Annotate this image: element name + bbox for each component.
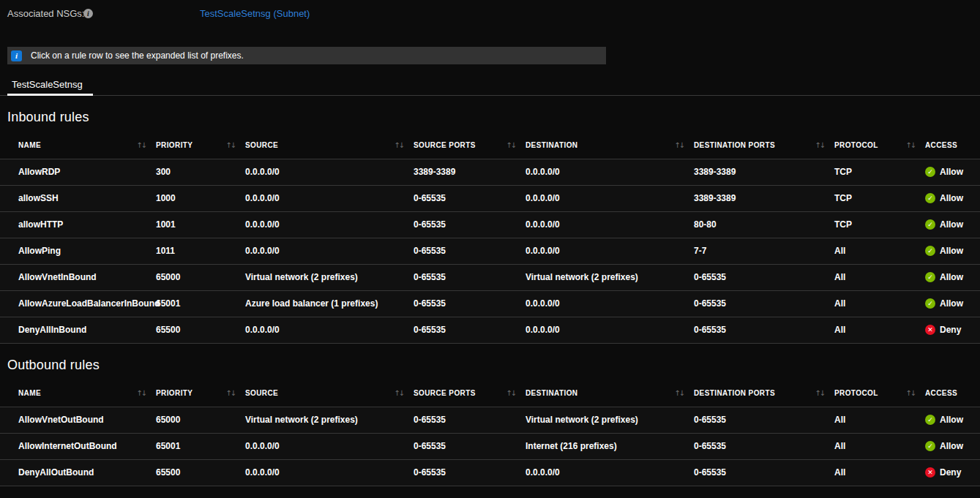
rule-row[interactable]: AllowPing10110.0.0.0/00-655350.0.0.0/07-… <box>0 238 980 264</box>
outbound-rules-title: Outbound rules <box>7 358 100 373</box>
sort-icon[interactable]: ↑↓ <box>225 141 235 149</box>
rule-row[interactable]: DenyAllOutBound655000.0.0.0/00-655350.0.… <box>0 459 980 486</box>
column-header-source[interactable]: SOURCE↑↓ <box>245 380 414 407</box>
cell-name: AllowVnetInBound <box>0 264 156 290</box>
sort-icon[interactable]: ↑↓ <box>674 389 684 397</box>
sort-icon[interactable]: ↑↓ <box>506 389 515 397</box>
cell-protocol: All <box>834 290 925 317</box>
cell-destination: 0.0.0.0/0 <box>525 159 694 185</box>
cell-source: 0.0.0.0/0 <box>245 459 414 486</box>
sort-icon[interactable]: ↑↓ <box>674 141 684 149</box>
cell-destination: 0.0.0.0/0 <box>525 459 694 486</box>
rule-row[interactable]: AllowRDP3000.0.0.0/03389-33890.0.0.0/033… <box>0 159 980 185</box>
cell-access: ✓Allow <box>925 433 980 459</box>
column-label: ACCESS <box>925 141 957 149</box>
cell-protocol: All <box>834 459 925 486</box>
access-label: Allow <box>940 441 963 451</box>
cell-destination_ports: 0-65535 <box>694 317 834 343</box>
banner-info-icon: i <box>11 50 22 61</box>
cell-protocol: TCP <box>834 159 925 185</box>
column-header-destination[interactable]: DESTINATION↑↓ <box>525 380 694 407</box>
column-label: DESTINATION PORTS <box>694 141 775 149</box>
column-header-protocol[interactable]: PROTOCOL↑↓ <box>834 380 925 407</box>
info-icon[interactable]: i <box>83 9 93 18</box>
sort-icon[interactable]: ↑↓ <box>815 389 824 397</box>
rule-row[interactable]: DenyAllInBound655000.0.0.0/00-655350.0.0… <box>0 317 980 343</box>
sort-icon[interactable]: ↑↓ <box>506 141 515 149</box>
column-header-name[interactable]: NAME↑↓ <box>0 380 156 407</box>
cell-priority: 65500 <box>156 317 245 343</box>
cell-source: Azure load balancer (1 prefixes) <box>245 290 414 317</box>
column-header-destination[interactable]: DESTINATION↑↓ <box>525 132 694 159</box>
column-header-destination-ports[interactable]: DESTINATION PORTS↑↓ <box>694 132 834 159</box>
cell-source: 0.0.0.0/0 <box>245 159 414 185</box>
allow-check-icon: ✓ <box>925 415 935 425</box>
cell-priority: 65500 <box>156 459 245 486</box>
cell-name: AllowPing <box>0 238 156 264</box>
cell-name: allowHTTP <box>0 211 156 238</box>
cell-priority: 300 <box>156 159 245 185</box>
column-header-priority[interactable]: PRIORITY↑↓ <box>156 380 245 407</box>
cell-priority: 1011 <box>156 238 245 264</box>
cell-source: 0.0.0.0/0 <box>245 238 414 264</box>
cell-destination: Virtual network (2 prefixes) <box>525 264 694 290</box>
cell-priority: 65000 <box>156 264 245 290</box>
column-header-source[interactable]: SOURCE↑↓ <box>245 132 414 159</box>
cell-source_ports: 0-65535 <box>414 264 525 290</box>
column-header-name[interactable]: NAME↑↓ <box>0 132 156 159</box>
sort-icon[interactable]: ↑↓ <box>136 141 146 149</box>
column-label: SOURCE PORTS <box>414 141 476 149</box>
sort-icon[interactable]: ↑↓ <box>136 389 146 397</box>
info-banner: i Click on a rule row to see the expande… <box>7 47 606 64</box>
sort-icon[interactable]: ↑↓ <box>905 141 915 149</box>
rule-row[interactable]: AllowVnetInBound65000Virtual network (2 … <box>0 264 980 290</box>
sort-icon[interactable]: ↑↓ <box>394 141 403 149</box>
cell-name: AllowInternetOutBound <box>0 433 156 459</box>
cell-destination_ports: 7-7 <box>694 238 834 264</box>
cell-name: AllowRDP <box>0 159 156 185</box>
column-label: DESTINATION <box>525 141 577 149</box>
rule-row[interactable]: AllowInternetOutBound650010.0.0.0/00-655… <box>0 433 980 459</box>
cell-protocol: All <box>834 264 925 290</box>
deny-cross-icon: ✕ <box>925 467 935 478</box>
column-header-priority[interactable]: PRIORITY↑↓ <box>156 132 245 159</box>
cell-source_ports: 0-65535 <box>414 459 525 486</box>
rule-row[interactable]: allowSSH10000.0.0.0/00-655350.0.0.0/0338… <box>0 185 980 211</box>
cell-source_ports: 0-65535 <box>414 290 525 317</box>
cell-destination: 0.0.0.0/0 <box>525 290 694 317</box>
cell-source_ports: 3389-3389 <box>414 159 525 185</box>
sort-icon[interactable]: ↑↓ <box>815 141 824 149</box>
cell-destination_ports: 80-80 <box>694 211 834 238</box>
sort-icon[interactable]: ↑↓ <box>394 389 403 397</box>
column-header-source-ports[interactable]: SOURCE PORTS↑↓ <box>414 380 525 407</box>
column-label: NAME <box>18 389 41 397</box>
access-label: Deny <box>940 325 961 335</box>
column-header-protocol[interactable]: PROTOCOL↑↓ <box>834 132 925 159</box>
rule-row[interactable]: AllowVnetOutBound65000Virtual network (2… <box>0 407 980 433</box>
cell-source: Virtual network (2 prefixes) <box>245 264 414 290</box>
column-header-destination-ports[interactable]: DESTINATION PORTS↑↓ <box>694 380 834 407</box>
effective-security-rules-page: Associated NSGs: i TestScaleSetnsg (Subn… <box>0 0 980 498</box>
column-header-source-ports[interactable]: SOURCE PORTS↑↓ <box>414 132 525 159</box>
column-label: NAME <box>18 141 41 149</box>
inbound-header-row: NAME↑↓PRIORITY↑↓SOURCE↑↓SOURCE PORTS↑↓DE… <box>0 132 980 159</box>
cell-destination: Internet (216 prefixes) <box>525 433 694 459</box>
cell-source_ports: 0-65535 <box>414 433 525 459</box>
cell-priority: 65001 <box>156 290 245 317</box>
cell-access: ✓Allow <box>925 211 980 238</box>
nsg-subnet-link[interactable]: TestScaleSetnsg (Subnet) <box>200 8 310 19</box>
column-label: PRIORITY <box>156 141 192 149</box>
rule-row[interactable]: AllowAzureLoadBalancerInBound65001Azure … <box>0 290 980 317</box>
column-header-access: ACCESS <box>925 380 980 407</box>
tab-bar: TestScaleSetnsg <box>0 76 980 96</box>
allow-check-icon: ✓ <box>925 193 935 203</box>
cell-access: ✓Allow <box>925 264 980 290</box>
cell-access: ✕Deny <box>925 459 980 486</box>
cell-source: 0.0.0.0/0 <box>245 317 414 343</box>
tab-testscalesetnsg[interactable]: TestScaleSetnsg <box>7 76 93 96</box>
sort-icon[interactable]: ↑↓ <box>225 389 235 397</box>
sort-icon[interactable]: ↑↓ <box>905 389 915 397</box>
cell-destination_ports: 0-65535 <box>694 290 834 317</box>
rule-row[interactable]: allowHTTP10010.0.0.0/00-655350.0.0.0/080… <box>0 211 980 238</box>
cell-source: 0.0.0.0/0 <box>245 211 414 238</box>
